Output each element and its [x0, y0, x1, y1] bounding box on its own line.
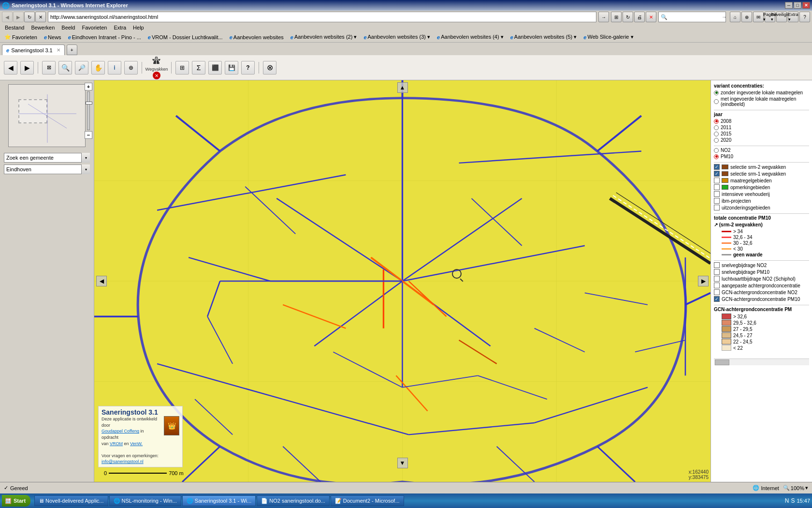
wegvakken-tool[interactable]: 🛣 Wegvakken ✕: [146, 56, 167, 79]
layer-veehouderij-checkbox[interactable]: [714, 191, 720, 197]
print-button[interactable]: 🖨: [634, 12, 645, 22]
help-tool[interactable]: ?: [241, 61, 255, 75]
maximize-button[interactable]: □: [794, 2, 801, 9]
fav-aanbevolen4[interactable]: e Aanbevolen websites (4) ▾: [435, 33, 506, 41]
layer-gcn-pm10-checkbox[interactable]: ✓: [714, 296, 720, 302]
info-tool[interactable]: i: [108, 61, 121, 75]
zoom-dropdown[interactable]: ▾: [805, 485, 808, 491]
stop2-button[interactable]: ✕: [646, 12, 656, 22]
search-bar[interactable]: 🔍 →: [658, 12, 726, 22]
extra-btn[interactable]: Extra ▾: [788, 12, 798, 22]
jaar-radio-2015[interactable]: [714, 132, 719, 136]
layer-gcn-no2-checkbox[interactable]: [714, 289, 720, 295]
variant-radio-2[interactable]: [714, 99, 719, 104]
h-scroll-thumb[interactable]: [715, 359, 729, 365]
export-tool[interactable]: ⬛: [208, 61, 222, 75]
layer-aangepaste[interactable]: aangepaste achtergrondconcentratie: [714, 283, 809, 288]
fav-eindhoven[interactable]: e Eindhoven Intranet - Pino - ...: [66, 33, 144, 41]
layer-snelweg-pm10-checkbox[interactable]: [714, 269, 720, 275]
variant-item-2[interactable]: met ingevoerde lokale maatregelen (eindb…: [714, 96, 809, 107]
layer-snelweg-no2[interactable]: snelvegbijdrage NO2: [714, 262, 809, 268]
jaar-2011[interactable]: 2011: [714, 125, 809, 130]
wegvakken-close[interactable]: ✕: [153, 72, 160, 79]
brand-link2[interactable]: VROM: [110, 441, 123, 446]
layer-uitzonderings[interactable]: uitzonderingsgebieden: [714, 205, 809, 210]
close-button[interactable]: ✕: [802, 2, 810, 9]
map-container[interactable]: ▲ ▼ ◀ ▶: [94, 80, 710, 482]
layer-srm1[interactable]: ✓ selectie srm-1 wegvakken: [714, 171, 809, 177]
fav-aanbevolen2[interactable]: e Aanbevolen websites (2) ▾: [288, 33, 360, 41]
zoom-plus-button[interactable]: +: [85, 83, 92, 90]
layer-srm1-checkbox[interactable]: ✓: [714, 171, 720, 177]
search-go-icon[interactable]: →: [722, 14, 727, 20]
layer-gcn-pm10[interactable]: ✓ GCN-achtergrondconcentratie PM10: [714, 296, 809, 302]
taskbar-btn-2[interactable]: 🌐 NSL-monitoring - Win...: [109, 495, 181, 506]
new-tab-button[interactable]: +: [67, 45, 77, 55]
fav-vrom[interactable]: e VROM - Dossier Luchtkwalit...: [145, 33, 225, 41]
sum-tool[interactable]: Σ: [192, 61, 205, 75]
layer-luchtvaart-checkbox[interactable]: [714, 276, 720, 282]
address-bar[interactable]: [48, 12, 596, 22]
main-tab[interactable]: e Saneringstool 3.1 ✕: [2, 45, 65, 55]
brand-link1[interactable]: Goudappel Coffeng: [102, 429, 139, 433]
brand-link3[interactable]: VenW.: [130, 441, 143, 446]
menu-bewerken[interactable]: Bewerken: [28, 24, 58, 31]
stop-button[interactable]: ✕: [35, 12, 46, 22]
pm10-radio[interactable]: [714, 154, 719, 159]
forward-button[interactable]: ▶: [13, 12, 24, 22]
variant-radio-1[interactable]: [714, 90, 719, 95]
feeds-button[interactable]: ⊕: [741, 12, 752, 22]
menu-help[interactable]: Help: [130, 24, 147, 31]
taskbar-btn-4[interactable]: 📄 NO2 saneringstool.do...: [257, 495, 330, 506]
fav-aanbevolen5[interactable]: e Aanbevolen websites (5) ▾: [508, 33, 580, 41]
h-scrollbar[interactable]: [714, 359, 809, 365]
layer-luchtvaart[interactable]: luchtvaarttbijdrage NO2 (Schiphol): [714, 276, 809, 282]
map-nav-down[interactable]: ▼: [397, 458, 408, 468]
variant-item-1[interactable]: zonder ingevoerde lokale maatregelen: [714, 90, 809, 95]
menu-favorieten[interactable]: Favorieten: [79, 24, 110, 31]
refresh-button[interactable]: ↻: [24, 12, 35, 22]
gemeente-select[interactable]: Zoek een gemeente: [4, 153, 90, 163]
fullextent-tool[interactable]: ⊠: [42, 61, 56, 75]
url-input[interactable]: [50, 14, 594, 20]
layer-aangepaste-checkbox[interactable]: [714, 283, 720, 288]
nav-forward-tool[interactable]: ▶: [20, 61, 34, 75]
fav-webslice[interactable]: e Web Slice-galerie ▾: [581, 33, 636, 41]
map-nav-up[interactable]: ▲: [397, 82, 408, 93]
back-button[interactable]: ◀: [2, 12, 13, 22]
jaar-radio-2011[interactable]: [714, 125, 719, 130]
home-button[interactable]: ⌂: [730, 12, 740, 22]
zoom-slider[interactable]: [87, 91, 90, 130]
no2-radio[interactable]: [714, 148, 719, 153]
layer-snelweg-no2-checkbox[interactable]: [714, 262, 720, 268]
minimize-button[interactable]: ─: [785, 2, 793, 9]
start-button[interactable]: 🪟 Start: [2, 495, 30, 507]
jaar-radio-2020[interactable]: [714, 138, 719, 143]
layer-veehouderij[interactable]: intensieve veehouderij: [714, 191, 809, 197]
refresh2-button[interactable]: ↻: [623, 12, 633, 22]
table-tool[interactable]: ⊞: [175, 61, 189, 75]
menu-beeld[interactable]: Beeld: [58, 24, 78, 31]
mail-button[interactable]: ✉: [753, 12, 764, 22]
jaar-2008[interactable]: 2008: [714, 119, 809, 124]
favorites-star[interactable]: ⭐ Favorieten: [2, 33, 40, 41]
nav-back-tool[interactable]: ◀: [4, 61, 17, 75]
gemeente-value-select[interactable]: Eindhoven: [4, 164, 90, 174]
taskbar-btn-1[interactable]: 🖥 Novell-delivered Applic...: [34, 495, 108, 506]
mini-map[interactable]: [8, 84, 86, 147]
jaar-2015[interactable]: 2015: [714, 131, 809, 136]
layer-gcn-no2[interactable]: GCN-achtergrondconcentratie NO2: [714, 289, 809, 295]
layer-uitzonderings-checkbox[interactable]: [714, 205, 720, 210]
zoom-minus-button[interactable]: −: [85, 131, 92, 139]
layer-ibm-checkbox[interactable]: [714, 198, 720, 204]
taskbar-btn-5[interactable]: 📝 Document2 - Microsof...: [331, 495, 404, 506]
pm10-item[interactable]: PM10: [714, 154, 809, 159]
help2-button[interactable]: ?: [799, 12, 810, 22]
layer-srm2-checkbox[interactable]: ✓: [714, 164, 720, 170]
jaar-radio-2008[interactable]: [714, 119, 719, 124]
tab-close-icon[interactable]: ✕: [57, 47, 60, 53]
compat-button[interactable]: ⊞: [611, 12, 622, 22]
layer-snelweg-pm10[interactable]: snelvegbijdrage PM10: [714, 269, 809, 275]
pan-tool[interactable]: ✋: [91, 61, 105, 75]
no2-item[interactable]: NO2: [714, 148, 809, 153]
